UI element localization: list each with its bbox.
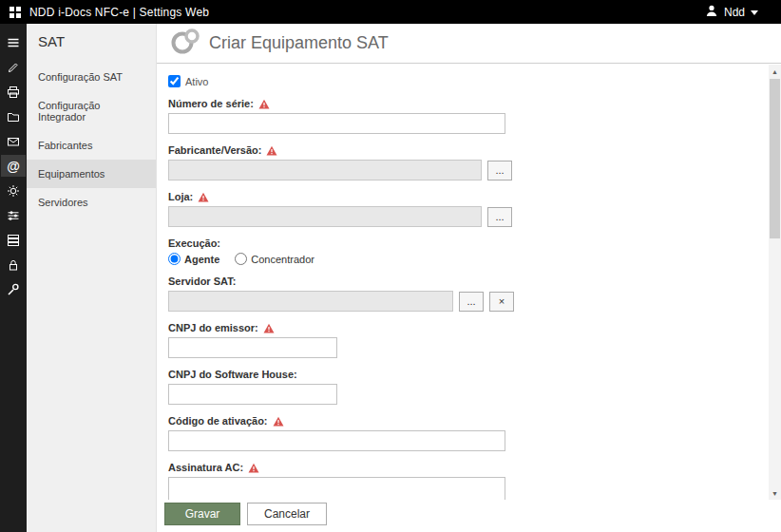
execution-concentrator-option[interactable]: Concentrador <box>235 253 314 265</box>
sidebar-item-equipamentos[interactable]: Equipamentos <box>27 160 156 188</box>
execution-label: Execução: <box>168 238 752 249</box>
cnpj-issuer-input[interactable] <box>168 337 337 358</box>
signature-textarea[interactable] <box>168 477 505 500</box>
cnpj-software-input[interactable] <box>168 384 337 405</box>
app-title: NDD i-Docs NFC-e | Settings Web <box>29 6 209 19</box>
top-bar: NDD i-Docs NFC-e | Settings Web Ndd <box>0 0 781 24</box>
page-header: Criar Equipamento SAT <box>157 24 781 64</box>
page-title: Criar Equipamento SAT <box>209 33 389 53</box>
pen-icon[interactable] <box>1 56 26 78</box>
serial-label: Número de série: <box>168 98 752 109</box>
cancel-button[interactable]: Cancelar <box>247 503 327 525</box>
activation-code-input[interactable] <box>168 430 505 451</box>
workflow-icon[interactable] <box>1 204 26 226</box>
required-warning-icon <box>273 416 284 427</box>
execution-concentrator-radio[interactable] <box>235 253 247 265</box>
server-input <box>168 291 453 312</box>
execution-radio-group: Agente Concentrador <box>168 253 752 265</box>
store-input <box>168 206 482 227</box>
app-launcher-icon[interactable] <box>10 7 21 18</box>
scroll-down-arrow[interactable]: ▼ <box>769 486 781 500</box>
execution-agent-option[interactable]: Agente <box>168 253 219 265</box>
server-icon[interactable] <box>1 229 26 251</box>
signature-label: Assinatura AC: <box>168 462 752 473</box>
server-label: Servidor SAT: <box>168 276 752 287</box>
sidebar-item-configuracao-sat[interactable]: Configuração SAT <box>27 63 156 91</box>
required-warning-icon <box>266 145 277 156</box>
gear-icon[interactable] <box>1 180 26 201</box>
person-icon <box>705 4 718 20</box>
scroll-up-arrow[interactable]: ▲ <box>769 65 781 78</box>
menu-icon[interactable] <box>1 31 26 53</box>
cnpj-software-label: CNPJ do Software House: <box>168 369 752 380</box>
user-menu[interactable]: Ndd <box>705 4 771 20</box>
store-label: Loja: <box>168 191 752 202</box>
serial-input[interactable] <box>168 113 505 134</box>
sidebar-item-servidores[interactable]: Servidores <box>27 188 156 217</box>
store-browse-button[interactable]: ... <box>487 207 512 227</box>
activation-code-label: Código de ativação: <box>168 415 752 427</box>
required-warning-icon <box>258 99 270 109</box>
execution-agent-radio[interactable] <box>168 253 181 265</box>
required-warning-icon <box>248 463 259 473</box>
cnpj-issuer-label: CNPJ do emissor: <box>168 322 752 333</box>
main-panel: Criar Equipamento SAT Ativo Número de sé… <box>157 24 781 532</box>
section-title: SAT <box>27 24 156 63</box>
active-label: Ativo <box>185 76 208 87</box>
user-name: Ndd <box>724 6 745 19</box>
lock-icon[interactable] <box>1 254 26 276</box>
chevron-down-icon <box>751 10 758 15</box>
server-clear-button[interactable]: × <box>489 292 514 312</box>
required-warning-icon <box>198 192 209 202</box>
manufacturer-input <box>168 160 482 180</box>
mail-icon[interactable] <box>1 130 26 152</box>
double-ring-icon <box>170 28 200 60</box>
scrollbar-thumb[interactable] <box>770 79 780 238</box>
scrollbar[interactable]: ▲ ▼ <box>769 65 781 500</box>
section-nav: SAT Configuração SAT Configuração Integr… <box>27 24 157 532</box>
icon-rail: @ <box>0 24 27 532</box>
server-browse-button[interactable]: ... <box>459 292 484 312</box>
folder-icon[interactable] <box>1 105 26 127</box>
manufacturer-browse-button[interactable]: ... <box>487 161 512 180</box>
save-button[interactable]: Gravar <box>164 503 240 525</box>
form-footer: Gravar Cancelar <box>157 500 781 532</box>
manufacturer-label: Fabricante/Versão: <box>168 144 752 156</box>
sidebar-item-fabricantes[interactable]: Fabricantes <box>27 131 156 160</box>
printer-icon[interactable] <box>1 81 26 103</box>
active-checkbox[interactable] <box>168 75 181 87</box>
at-icon[interactable]: @ <box>1 155 26 177</box>
required-warning-icon <box>263 323 275 333</box>
wrench-icon[interactable] <box>1 278 26 300</box>
form-area: Ativo Número de série: Fabricante/Versão… <box>157 64 781 500</box>
sidebar-item-configuracao-integrador[interactable]: Configuração Integrador <box>27 91 156 131</box>
